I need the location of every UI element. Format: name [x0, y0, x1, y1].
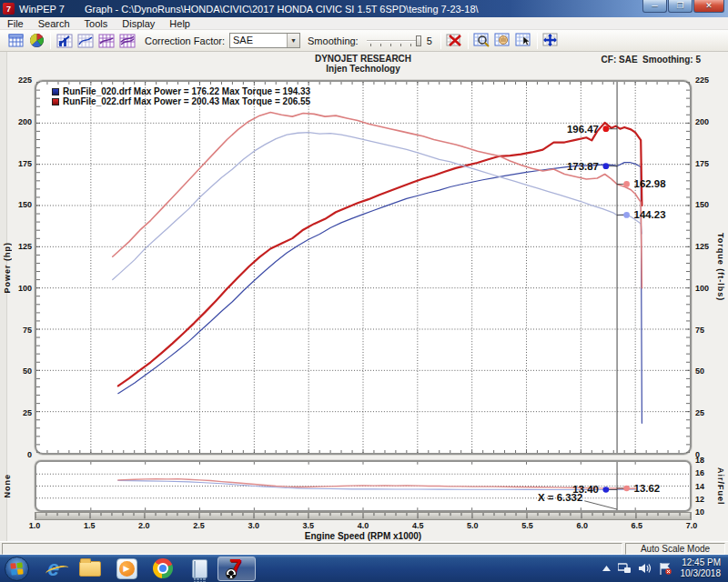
scale-mode-indicator: Auto Scale Mode: [625, 543, 725, 555]
maximize-button[interactable]: ❐: [668, 0, 693, 13]
move-cursor-icon[interactable]: [541, 31, 561, 50]
taskbar-file-explorer[interactable]: [72, 556, 108, 581]
x-tick-label: 2.5: [187, 521, 212, 530]
af-tick-right: 16: [695, 468, 719, 477]
menu-file[interactable]: File: [0, 17, 31, 30]
window-title: Graph - C:\DynoRuns\HONDA\CIVIC\2017 HON…: [85, 4, 479, 15]
af-tick-right: 12: [695, 495, 719, 504]
x-axis-title: Engine Speed (RPM x1000): [35, 531, 692, 541]
smoothing-slider[interactable]: [367, 34, 421, 48]
menu-display[interactable]: Display: [115, 17, 162, 30]
y-tick-left: 100: [8, 284, 32, 293]
series-line: [118, 479, 635, 489]
y-tick-left: 0: [8, 450, 32, 459]
tray-expand-icon[interactable]: [602, 566, 611, 571]
y-axis-right-title: Torque (ft-lbs): [715, 80, 726, 455]
taskbar-internet-explorer[interactable]: e: [35, 556, 72, 581]
winpep-app-icon: 7: [3, 3, 15, 15]
select-graph-icon[interactable]: [513, 31, 534, 50]
taskbar-media-player[interactable]: ▶: [108, 556, 145, 581]
winpep-icon: 7: [226, 557, 248, 579]
network-icon[interactable]: [618, 563, 632, 574]
y-tick-left: 200: [8, 117, 32, 126]
y-tick-left: 75: [8, 326, 32, 335]
af-tick-right: 18: [695, 456, 719, 465]
graph-overlay-icon[interactable]: [116, 31, 137, 50]
clock-date: 10/3/2018: [681, 568, 722, 579]
svg-text:173.87: 173.87: [567, 161, 599, 172]
air-fuel-plot[interactable]: 13.4013.62X = 6.332: [35, 460, 692, 512]
y-axis-left-title: Power (hp): [2, 80, 13, 455]
clock-time: 12:45 PM: [681, 557, 722, 568]
x-tick-label: 5.0: [460, 521, 485, 530]
af-tick-right: 10: [695, 507, 719, 517]
legend-run020: RunFile_020.drf Max Power = 176.22 Max T…: [52, 86, 310, 96]
cursor-x-label: X = 6.332: [538, 492, 582, 503]
zoom-graph-icon[interactable]: [471, 31, 492, 50]
toolbar: Correction Factor: SAE ▼ Smoothing: 5: [0, 30, 728, 52]
taskbar-chrome[interactable]: [145, 556, 181, 581]
desktop: 7 WinPEP 7 Graph - C:\DynoRuns\HONDA\CIV…: [0, 0, 728, 582]
svg-text:13.62: 13.62: [634, 483, 661, 494]
graph-power-icon[interactable]: [54, 31, 75, 50]
taskbar: e ▶ 7: [0, 555, 728, 582]
y-tick-left: 175: [8, 159, 32, 168]
menu-tools[interactable]: Tools: [77, 17, 116, 30]
close-button[interactable]: ✕: [693, 0, 724, 13]
series-line: [113, 113, 642, 288]
correction-factor-value: SAE: [230, 34, 287, 47]
x-tick-label: 6.5: [624, 521, 650, 530]
chevron-down-icon[interactable]: ▼: [287, 34, 299, 47]
legend-label: RunFile_022.drf Max Power = 200.43 Max T…: [63, 96, 310, 106]
x-tick-label: 3.0: [241, 521, 267, 530]
taskbar-clock[interactable]: 12:45 PM 10/3/2018: [681, 557, 722, 579]
main-plot[interactable]: 196.47173.87162.98144.23 RunFile_020.drf…: [35, 80, 692, 455]
legend-swatch-blue: [52, 88, 59, 95]
action-center-flag-icon[interactable]: [659, 563, 672, 575]
x-tick-label: 5.5: [515, 521, 541, 530]
graph-client-area: DYNOJET RESEARCH Injen Technology CF: SA…: [0, 52, 728, 541]
y-tick-right: 150: [695, 200, 719, 209]
x-tick-label: 2.0: [131, 521, 157, 530]
internet-explorer-icon: e: [48, 559, 60, 577]
smoothing-value: 5: [427, 35, 432, 46]
chart-correction-info: CF: SAE Smoothing: 5: [355, 55, 701, 65]
graph-line-icon[interactable]: [75, 31, 96, 50]
x-tick-label: 6.0: [570, 521, 595, 530]
y-tick-right: 200: [695, 117, 719, 126]
af-axis-left-title: None: [2, 460, 13, 512]
legend-swatch-red: [52, 98, 59, 105]
correction-factor-select[interactable]: SAE ▼: [229, 33, 300, 48]
series-line: [113, 133, 642, 280]
pan-graph-icon[interactable]: [492, 31, 513, 50]
system-tray: 12:45 PM 10/3/2018: [599, 557, 728, 579]
menu-search[interactable]: Search: [31, 17, 77, 30]
taskbar-calculator[interactable]: [181, 556, 217, 581]
volume-icon[interactable]: [639, 563, 652, 574]
y-tick-right: 225: [695, 75, 719, 85]
air-fuel-chart: 13.4013.62X = 6.332: [36, 462, 690, 510]
menu-bar: File Search Tools Display Help: [0, 17, 728, 30]
data-grid-icon[interactable]: [5, 31, 26, 50]
y-tick-left: 225: [8, 75, 32, 85]
smoothing-label: Smoothing:: [308, 35, 359, 46]
menu-help[interactable]: Help: [162, 17, 197, 30]
taskbar-winpep-active[interactable]: 7: [217, 557, 256, 581]
start-button[interactable]: [5, 557, 29, 581]
svg-text:144.23: 144.23: [634, 209, 666, 220]
series-line: [118, 123, 642, 386]
color-wheel-icon[interactable]: [26, 31, 47, 50]
status-message-panel: [2, 543, 622, 555]
y-tick-left: 50: [8, 366, 32, 376]
delete-graph-icon[interactable]: [444, 31, 465, 50]
slider-thumb[interactable]: [416, 35, 421, 46]
chart-legend: RunFile_020.drf Max Power = 176.22 Max T…: [52, 86, 310, 106]
app-name: WinPEP 7: [19, 4, 65, 15]
power-torque-chart: 196.47173.87162.98144.23: [36, 82, 690, 453]
graph-compare-icon[interactable]: [96, 31, 116, 50]
calculator-icon: [192, 559, 207, 578]
y-tick-right: 175: [695, 159, 719, 168]
correction-factor-label: Correction Factor:: [145, 35, 225, 46]
minimize-button[interactable]: ─: [642, 0, 667, 13]
legend-label: RunFile_020.drf Max Power = 176.22 Max T…: [63, 86, 310, 96]
